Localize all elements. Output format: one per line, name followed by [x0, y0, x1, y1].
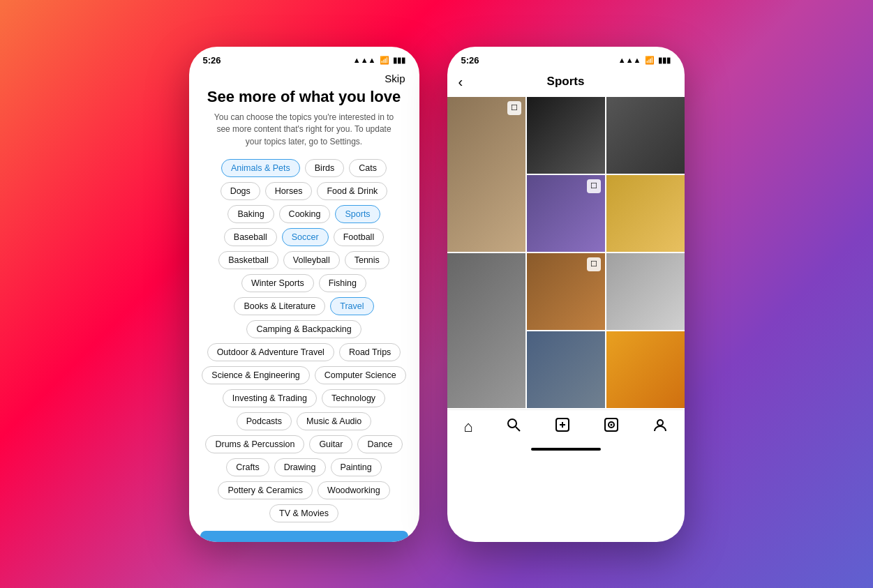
tag-basketball[interactable]: Basketball — [218, 251, 278, 269]
grid-item-2[interactable] — [527, 97, 605, 174]
right-header: ‹ Sports — [447, 70, 685, 97]
right-phone: 5:26 ▲▲▲ 📶 ▮▮▮ ‹ Sports ☐ ☐ ☐ — [447, 47, 685, 542]
wifi-icon-r: 📶 — [645, 56, 655, 65]
next-button[interactable]: Next — [200, 531, 408, 541]
tag-drums-percussion[interactable]: Drums & Percussion — [205, 435, 304, 453]
tag-dogs[interactable]: Dogs — [221, 182, 260, 200]
nav-home[interactable]: ⌂ — [463, 418, 472, 436]
wifi-icon: 📶 — [380, 56, 389, 65]
battery-icon-r: ▮▮▮ — [658, 56, 671, 65]
grid-item-1[interactable]: ☐ — [447, 97, 525, 252]
svg-point-7 — [610, 423, 612, 425]
grid-item-8[interactable] — [606, 253, 685, 330]
tags-container: Animals & PetsBirdsCatsDogsHorsesFood & … — [200, 159, 408, 522]
tag-cats[interactable]: Cats — [349, 159, 387, 177]
back-button[interactable]: ‹ — [458, 74, 463, 90]
status-bar-right: 5:26 ▲▲▲ 📶 ▮▮▮ — [447, 47, 685, 70]
tag-science-engineering[interactable]: Science & Engineering — [202, 366, 309, 384]
select-icon-4[interactable]: ☐ — [587, 179, 601, 193]
tag-technology[interactable]: Technology — [322, 389, 385, 407]
tag-crafts[interactable]: Crafts — [226, 458, 269, 476]
tag-birds[interactable]: Birds — [305, 159, 344, 177]
tag-woodworking[interactable]: Woodworking — [318, 481, 390, 499]
page-title: Sports — [547, 75, 585, 89]
select-icon-1[interactable]: ☐ — [507, 101, 521, 115]
nav-add[interactable] — [555, 417, 570, 437]
time-right: 5:26 — [461, 55, 479, 66]
skip-button[interactable]: Skip — [385, 73, 405, 84]
tag-computer-science[interactable]: Computer Science — [315, 366, 406, 384]
tag-dance[interactable]: Dance — [357, 435, 402, 453]
bottom-nav: ⌂ — [447, 409, 685, 441]
tag-soccer[interactable]: Soccer — [282, 228, 329, 246]
skip-row: Skip — [200, 70, 408, 87]
tag-investing-trading[interactable]: Investing & Trading — [223, 389, 317, 407]
signal-icon-r: ▲▲▲ — [618, 56, 641, 64]
left-content: Skip See more of what you love You can c… — [189, 70, 419, 542]
grid-item-5[interactable] — [606, 175, 685, 252]
left-phone: 5:26 ▲▲▲ 📶 ▮▮▮ Skip See more of what you… — [189, 47, 419, 542]
tag-winter-sports[interactable]: Winter Sports — [241, 274, 314, 292]
battery-icon: ▮▮▮ — [393, 56, 405, 65]
grid-item-4[interactable]: ☐ — [527, 175, 605, 252]
grid-container: ☐ ☐ ☐ — [447, 97, 685, 409]
tag-drawing[interactable]: Drawing — [274, 458, 326, 476]
tag-podcasts[interactable]: Podcasts — [237, 412, 292, 430]
tag-pottery-ceramics[interactable]: Pottery & Ceramics — [218, 481, 313, 499]
signal-icon: ▲▲▲ — [353, 56, 376, 64]
tag-sports[interactable]: Sports — [335, 205, 380, 223]
tag-outdoor-adventure-travel[interactable]: Outdoor & Adventure Travel — [207, 343, 334, 361]
grid-item-3[interactable] — [606, 97, 685, 174]
tag-baking[interactable]: Baking — [227, 205, 274, 223]
tag-camping-backpacking[interactable]: Camping & Backpacking — [246, 320, 361, 338]
photo-grid: ☐ ☐ ☐ — [447, 97, 685, 409]
status-icons-right: ▲▲▲ 📶 ▮▮▮ — [618, 56, 671, 65]
nav-profile[interactable] — [652, 417, 668, 437]
tag-baseball[interactable]: Baseball — [224, 228, 277, 246]
grid-item-10[interactable] — [606, 331, 685, 408]
select-icon-7[interactable]: ☐ — [587, 257, 601, 271]
tag-music-audio[interactable]: Music & Audio — [297, 412, 371, 430]
tag-football[interactable]: Football — [334, 228, 384, 246]
tag-tv-movies[interactable]: TV & Movies — [269, 504, 338, 522]
time-left: 5:26 — [203, 55, 221, 66]
status-bar-left: 5:26 ▲▲▲ 📶 ▮▮▮ — [189, 47, 419, 70]
grid-item-9[interactable] — [527, 331, 605, 408]
tag-tennis[interactable]: Tennis — [345, 251, 389, 269]
nav-reel[interactable] — [604, 417, 619, 437]
home-indicator-right — [531, 448, 601, 451]
tag-books-literature[interactable]: Books & Literature — [234, 297, 325, 315]
grid-item-7[interactable]: ☐ — [527, 253, 605, 330]
tag-volleyball[interactable]: Volleyball — [283, 251, 340, 269]
tag-horses[interactable]: Horses — [265, 182, 313, 200]
main-title: See more of what you love — [200, 87, 408, 107]
tag-animals-pets[interactable]: Animals & Pets — [221, 159, 300, 177]
tag-fishing[interactable]: Fishing — [319, 274, 366, 292]
nav-search[interactable] — [506, 417, 521, 437]
subtitle: You can choose the topics you're interes… — [200, 112, 408, 148]
tag-painting[interactable]: Painting — [331, 458, 382, 476]
tag-food-drink[interactable]: Food & Drink — [317, 182, 387, 200]
svg-point-8 — [657, 420, 663, 425]
status-icons-left: ▲▲▲ 📶 ▮▮▮ — [353, 56, 405, 65]
grid-item-6[interactable] — [447, 253, 525, 408]
tag-guitar[interactable]: Guitar — [309, 435, 352, 453]
svg-point-0 — [508, 419, 516, 428]
tag-travel[interactable]: Travel — [330, 297, 373, 315]
svg-line-1 — [516, 427, 520, 431]
tag-cooking[interactable]: Cooking — [279, 205, 331, 223]
tag-road-trips[interactable]: Road Trips — [339, 343, 401, 361]
